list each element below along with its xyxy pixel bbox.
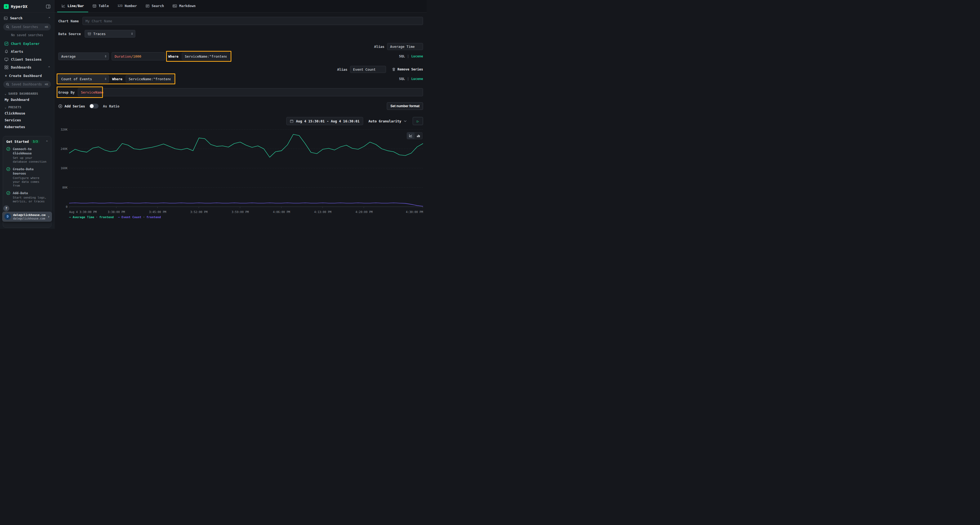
data-source-value: Traces: [93, 32, 106, 36]
series2-aggregation-select[interactable]: Count of Events: [58, 75, 109, 83]
avatar: D: [4, 213, 11, 220]
x-axis-label: 3:45:00 PM: [149, 210, 166, 214]
series1-aggregation-select[interactable]: Average: [58, 52, 109, 60]
group-by-label: Group By: [58, 90, 75, 94]
saved-searches-search[interactable]: ⌘K: [3, 24, 51, 30]
x-axis-label: 4:06:00 PM: [273, 210, 290, 214]
series2-where-input[interactable]: [126, 75, 174, 83]
data-source-label: Data Source: [58, 32, 81, 36]
collapse-sidebar-icon[interactable]: [46, 5, 50, 8]
run-query-button[interactable]: ▷: [413, 117, 423, 125]
as-ratio-toggle[interactable]: [89, 104, 99, 109]
chart-name-input[interactable]: [83, 17, 423, 25]
legend-group-name: frontend: [146, 216, 161, 219]
y-axis-label: 160K: [61, 167, 67, 170]
tab-line-bar[interactable]: Line/Bar: [57, 0, 88, 12]
select-chevrons-icon: [105, 54, 107, 58]
sql-mode-button[interactable]: SQL: [399, 77, 405, 81]
chevron-up-icon[interactable]: ⌃: [48, 17, 50, 20]
series1-where-input[interactable]: [182, 52, 230, 60]
user-menu[interactable]: D dale@clickhouse.com dale@clickhouse.co…: [2, 212, 52, 222]
series-row-2: Count of Events Where SQL | Lucene: [58, 75, 423, 83]
date-range-value: Aug 4 15:30:01 - Aug 4 16:30:01: [296, 119, 360, 123]
tab-search[interactable]: Search: [141, 0, 168, 12]
line-chart-toggle[interactable]: [407, 132, 415, 139]
y-axis-label: 0: [66, 205, 67, 208]
check-circle-icon: [6, 167, 10, 171]
group-by-input[interactable]: ServiceName: [78, 88, 423, 96]
get-started-item[interactable]: Add Data Start sending logs, metrics, or…: [6, 191, 48, 203]
series1-alias-input[interactable]: [387, 43, 423, 50]
help-button[interactable]: ?: [3, 205, 9, 211]
legend-item[interactable]: —Event Count·frontend: [118, 216, 161, 219]
create-dashboard-button[interactable]: + Create Dashboard: [0, 71, 54, 80]
legend-group-name: frontend: [99, 216, 114, 219]
group-by-row: Group By ServiceName: [58, 88, 423, 96]
chevron-up-icon[interactable]: ⌃: [48, 66, 50, 69]
chevron-down-icon: ⌄: [5, 92, 6, 95]
preset-item-kubernetes[interactable]: Kubernetes: [0, 124, 54, 130]
sidebar-item-chart-explorer[interactable]: Chart Explorer: [0, 40, 54, 48]
data-source-select[interactable]: Traces: [85, 30, 135, 38]
get-started-item[interactable]: Create Data Sources Configure where your…: [6, 167, 48, 188]
chart-name-label: Chart Name: [58, 19, 79, 23]
bell-icon: [4, 49, 8, 54]
select-chevrons-icon: [105, 77, 107, 81]
lucene-mode-button[interactable]: Lucene: [411, 54, 423, 58]
x-axis-label: 4:13:00 PM: [314, 210, 331, 214]
dashboard-item-my-dashboard[interactable]: My Dashboard: [0, 96, 54, 103]
sidebar-item-label: Dashboards: [11, 65, 31, 69]
toggle-knob: [90, 104, 94, 108]
x-axis-label: 4:30:00 PM: [406, 210, 423, 214]
saved-searches-input[interactable]: [11, 25, 43, 29]
monitor-icon: [4, 57, 8, 62]
user-email: dale@clickhouse.com: [13, 213, 45, 217]
tab-number[interactable]: 123 Number: [113, 0, 141, 12]
set-number-format-button[interactable]: Set number format: [387, 102, 423, 110]
preset-item-services[interactable]: Services: [0, 117, 54, 124]
saved-dashboards-input[interactable]: [11, 82, 43, 87]
check-circle-icon: [6, 191, 10, 195]
chart-section: 080K160K240K320K Aug 4 3:30:00 PM3:38:00…: [58, 128, 423, 229]
logo-row: HyperDX: [0, 0, 54, 13]
as-ratio-label: As Ratio: [103, 104, 119, 108]
lucene-mode-button[interactable]: Lucene: [411, 77, 423, 81]
remove-series-button[interactable]: Remove Series: [392, 67, 423, 71]
user-org: dale@clickhouse.com's: [13, 217, 45, 220]
get-started-item[interactable]: Connect to ClickHouse Set up your databa…: [6, 147, 48, 164]
sidebar-item-dashboards[interactable]: Dashboards ⌃: [0, 63, 54, 71]
tab-markdown[interactable]: Markdown: [168, 0, 200, 12]
add-series-button[interactable]: Add Series: [58, 104, 85, 108]
chevron-up-icon[interactable]: ⌃: [46, 140, 48, 143]
series1-field-input[interactable]: Duration/1000: [111, 52, 165, 60]
y-axis-label: 80K: [62, 186, 67, 189]
y-axis-label: 320K: [61, 128, 67, 131]
get-started-item-title: Create Data Sources: [13, 167, 33, 176]
search-section-header[interactable]: Search ⌃: [0, 13, 54, 22]
saved-dashboards-header[interactable]: ⌄ SAVED DASHBOARDS: [0, 89, 54, 96]
alias-label: Alias: [374, 44, 384, 49]
saved-dashboards-search[interactable]: ⌘K: [3, 81, 51, 88]
bar-chart-toggle[interactable]: [415, 132, 422, 139]
number-icon: 123: [118, 4, 123, 7]
tab-table[interactable]: Table: [88, 0, 113, 12]
sidebar-item-label: Client Sessions: [11, 57, 41, 62]
date-range-picker[interactable]: Aug 4 15:30:01 - Aug 4 16:30:01: [286, 117, 363, 125]
legend-item[interactable]: —Average Time·frontend: [69, 216, 114, 219]
where-label: Where: [111, 77, 123, 81]
presets-header[interactable]: ⌄ PRESETS: [0, 103, 54, 110]
get-started-header[interactable]: Get Started 3/3 ⌃: [6, 140, 48, 144]
granularity-select[interactable]: Auto Granularity: [366, 119, 409, 123]
sidebar-item-client-sessions[interactable]: Client Sessions: [0, 56, 54, 63]
x-axis-label: 4:20:00 PM: [356, 210, 373, 214]
check-circle-icon: [6, 147, 10, 151]
sidebar-item-alerts[interactable]: Alerts: [0, 48, 54, 56]
grid-icon: [4, 65, 8, 69]
preset-item-clickhouse[interactable]: ClickHouse: [0, 110, 54, 117]
series2-alias-input[interactable]: [350, 66, 386, 73]
chart-plot[interactable]: [69, 128, 423, 209]
get-started-item-desc: Start sending logs, metrics, or traces: [13, 196, 48, 203]
chart-display-toggle: [407, 132, 423, 139]
legend-dash-icon: —: [69, 216, 71, 219]
sql-mode-button[interactable]: SQL: [399, 54, 405, 58]
